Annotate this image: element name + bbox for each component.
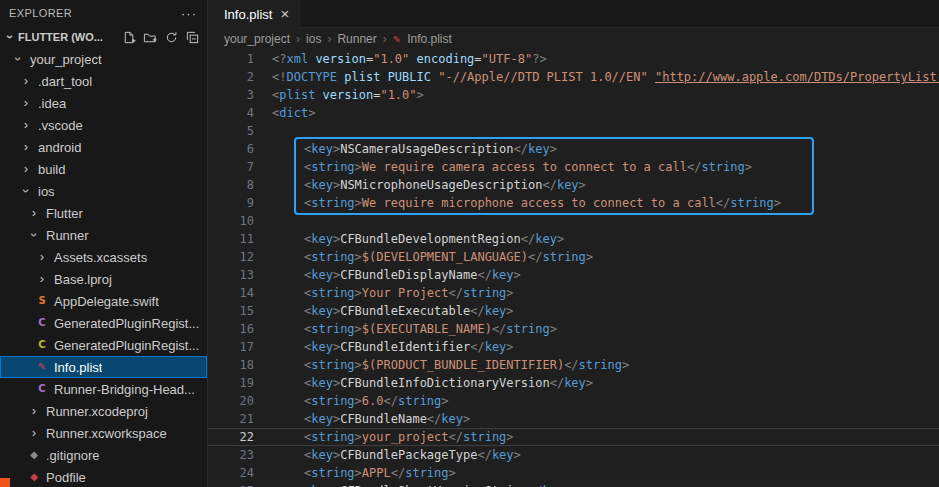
- line-number: 23: [208, 446, 254, 464]
- code-line[interactable]: 14<string>Your Project</string>: [208, 284, 939, 302]
- breadcrumb-item[interactable]: Info.plist: [407, 32, 452, 46]
- code-line[interactable]: 11<key>CFBundleDevelopmentRegion</key>: [208, 230, 939, 248]
- code-line[interactable]: 9<string>We require microphone access to…: [208, 194, 939, 212]
- chevron-right-icon: ›: [34, 249, 50, 265]
- tree-item-runner[interactable]: ›Runner: [0, 224, 207, 246]
- tree-item-runner-xcodeproj[interactable]: ›Runner.xcodeproj: [0, 400, 207, 422]
- tree-item-idea[interactable]: ›.idea: [0, 92, 207, 114]
- code-line[interactable]: 2<!DOCTYPE plist PUBLIC "-//Apple//DTD P…: [208, 68, 939, 86]
- explorer-actions: [120, 28, 201, 46]
- line-number: 24: [208, 464, 254, 482]
- tree-item-label: android: [38, 140, 81, 155]
- tree-item-runner-bridging-head[interactable]: CRunner-Bridging-Head...: [0, 378, 207, 400]
- code-line[interactable]: 16<string>$(EXECUTABLE_NAME)</string>: [208, 320, 939, 338]
- code-line[interactable]: 24<string>APPL</string>: [208, 464, 939, 482]
- line-number: 25: [208, 482, 254, 487]
- tree-item-label: .vscode: [38, 118, 83, 133]
- close-icon[interactable]: ×: [280, 7, 289, 21]
- tree-item-dart-tool[interactable]: ›.dart_tool: [0, 70, 207, 92]
- code-line[interactable]: 15<key>CFBundleExecutable</key>: [208, 302, 939, 320]
- new-folder-icon[interactable]: [141, 28, 159, 46]
- code-line[interactable]: 23<key>CFBundlePackageType</key>: [208, 446, 939, 464]
- code-line[interactable]: 3<plist version="1.0">: [208, 86, 939, 104]
- tree-item-label: Base.lproj: [54, 272, 112, 287]
- workspace-section-header[interactable]: › FLUTTER (WO...: [0, 26, 207, 48]
- tree-item-label: AppDelegate.swift: [54, 294, 159, 309]
- code-line[interactable]: 7<string>We require camera access to con…: [208, 158, 939, 176]
- line-number: 12: [208, 248, 254, 266]
- code-line-content: <string>your_project</string>: [272, 428, 514, 446]
- line-number: 20: [208, 392, 254, 410]
- tree-item-generatedpluginregist[interactable]: CGeneratedPluginRegist...: [0, 312, 207, 334]
- line-number: 19: [208, 374, 254, 392]
- tree-item-gitignore[interactable]: ◆.gitignore: [0, 444, 207, 466]
- line-number: 8: [208, 176, 254, 194]
- chevron-right-icon: ›: [26, 205, 42, 221]
- more-actions-icon[interactable]: ···: [181, 6, 197, 21]
- line-number: 15: [208, 302, 254, 320]
- collapse-all-icon[interactable]: [183, 28, 201, 46]
- code-line-content: <plist version="1.0">: [272, 86, 424, 104]
- tree-item-label: Runner: [46, 228, 89, 243]
- tree-item-flutter[interactable]: ›Flutter: [0, 202, 207, 224]
- code-line[interactable]: 20<string>6.0</string>: [208, 392, 939, 410]
- tree-item-assets-xcassets[interactable]: ›Assets.xcassets: [0, 246, 207, 268]
- tree-item-your-project[interactable]: ›your_project: [0, 48, 207, 70]
- chevron-down-icon: ›: [26, 227, 42, 243]
- code-line[interactable]: 5: [208, 122, 939, 140]
- code-line-content: <string>$(DEVELOPMENT_LANGUAGE)</string>: [272, 248, 593, 266]
- breadcrumb-item[interactable]: ios: [306, 32, 321, 46]
- tab-info-plist[interactable]: Info.plist ×: [208, 0, 300, 28]
- code-line[interactable]: 6<key>NSCameraUsageDescription</key>: [208, 140, 939, 158]
- tree-item-ios[interactable]: ›ios: [0, 180, 207, 202]
- code-line-content: <key>CFBundleDisplayName</key>: [272, 266, 521, 284]
- tree-item-build[interactable]: ›build: [0, 158, 207, 180]
- tree-item-label: .gitignore: [46, 448, 99, 463]
- breadcrumb-item[interactable]: Runner: [337, 32, 376, 46]
- tree-item-label: Assets.xcassets: [54, 250, 147, 265]
- tab-label: Info.plist: [224, 7, 272, 22]
- code-line[interactable]: 4<dict>: [208, 104, 939, 122]
- code-line[interactable]: 19<key>CFBundleInfoDictionaryVersion</ke…: [208, 374, 939, 392]
- code-line[interactable]: 25<key>CFBundleShortVersionString</key>: [208, 482, 939, 487]
- line-number: 21: [208, 410, 254, 428]
- line-number: 22: [208, 428, 254, 446]
- code-line[interactable]: 1<?xml version="1.0" encoding="UTF-8"?>: [208, 50, 939, 68]
- editor-lines: 1<?xml version="1.0" encoding="UTF-8"?>2…: [208, 50, 939, 487]
- editor-group: Info.plist × your_project›ios›Runner›✎In…: [208, 0, 939, 487]
- plist-icon: ✎: [393, 34, 401, 45]
- tree-item-runner-xcworkspace[interactable]: ›Runner.xcworkspace: [0, 422, 207, 444]
- new-file-icon[interactable]: [120, 28, 138, 46]
- tree-item-generatedpluginregist[interactable]: CGeneratedPluginRegist...: [0, 334, 207, 356]
- tree-item-base-lproj[interactable]: ›Base.lproj: [0, 268, 207, 290]
- code-line-content: <?xml version="1.0" encoding="UTF-8"?>: [272, 50, 547, 68]
- code-line[interactable]: 12<string>$(DEVELOPMENT_LANGUAGE)</strin…: [208, 248, 939, 266]
- code-line-content: <string>We require camera access to conn…: [272, 158, 752, 176]
- tree-item-label: Runner-Bridging-Head...: [54, 382, 195, 397]
- tree-item-podfile[interactable]: ◆Podfile: [0, 466, 207, 487]
- c-impl-icon: C: [34, 337, 50, 353]
- tree-item-vscode[interactable]: ›.vscode: [0, 114, 207, 136]
- code-line[interactable]: 10: [208, 212, 939, 230]
- code-line[interactable]: 17<key>CFBundleIdentifier</key>: [208, 338, 939, 356]
- tree-item-android[interactable]: ›android: [0, 136, 207, 158]
- code-line-content: <string>Your Project</string>: [272, 284, 514, 302]
- tree-item-label: Runner.xcodeproj: [46, 404, 148, 419]
- tree-item-info-plist[interactable]: ✎Info.plist: [0, 356, 207, 378]
- line-number: 2: [208, 68, 254, 86]
- code-line-content: <key>CFBundleInfoDictionaryVersion</key>: [272, 374, 593, 392]
- breadcrumb-item[interactable]: your_project: [224, 32, 290, 46]
- chevron-down-icon: ›: [18, 183, 34, 199]
- tree-item-appdelegate-swift[interactable]: SAppDelegate.swift: [0, 290, 207, 312]
- code-line[interactable]: 13<key>CFBundleDisplayName</key>: [208, 266, 939, 284]
- code-line[interactable]: 22<string>your_project</string>: [208, 428, 939, 446]
- chevron-right-icon: ›: [18, 95, 34, 111]
- pod-icon: ◆: [26, 469, 42, 485]
- line-number: 7: [208, 158, 254, 176]
- refresh-icon[interactable]: [162, 28, 180, 46]
- code-line[interactable]: 18<string>$(PRODUCT_BUNDLE_IDENTIFIER)</…: [208, 356, 939, 374]
- line-number: 14: [208, 284, 254, 302]
- code-line-content: <string>$(PRODUCT_BUNDLE_IDENTIFIER)</st…: [272, 356, 629, 374]
- code-line[interactable]: 8<key>NSMicrophoneUsageDescription</key>: [208, 176, 939, 194]
- code-line[interactable]: 21<key>CFBundleName</key>: [208, 410, 939, 428]
